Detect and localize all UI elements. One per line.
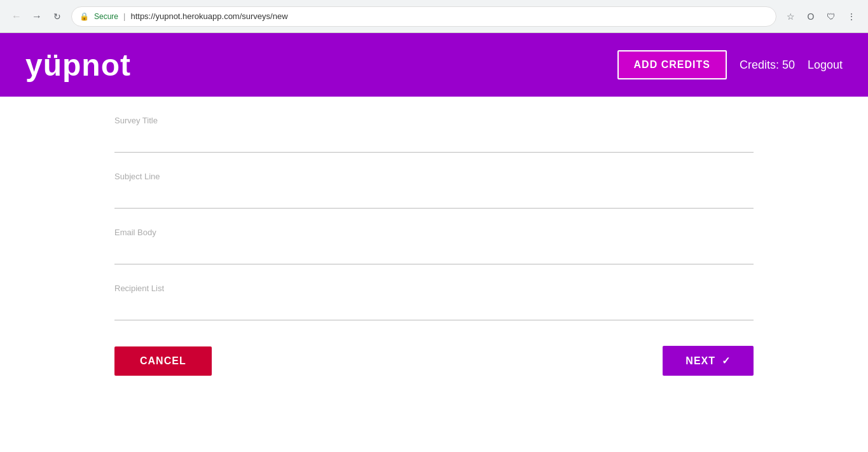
opera-button[interactable]: O <box>802 8 820 25</box>
subject-line-label: Subject Line <box>114 172 754 181</box>
logo-text: yüpnot <box>25 48 131 82</box>
recipient-list-label: Recipient List <box>114 284 754 293</box>
url-display: https://yupnot.herokuapp.com/surveys/new <box>130 11 287 21</box>
bookmark-button[interactable]: ☆ <box>782 8 799 25</box>
extensions-button[interactable]: 🛡 <box>822 8 840 25</box>
recipient-list-input[interactable] <box>114 298 754 320</box>
secure-label: Secure <box>94 12 118 21</box>
header-right: ADD CREDITS Credits: 50 Logout <box>617 50 843 79</box>
address-bar[interactable]: 🔒 Secure | https://yupnot.herokuapp.com/… <box>71 6 776 27</box>
logout-button[interactable]: Logout <box>808 58 843 72</box>
lock-icon: 🔒 <box>79 12 89 21</box>
survey-title-field: Survey Title <box>114 116 754 153</box>
logo: yüpnot <box>25 48 131 83</box>
cancel-button[interactable]: CANCEL <box>114 346 212 376</box>
reload-button[interactable]: ↻ <box>48 8 66 25</box>
email-body-label: Email Body <box>114 228 754 237</box>
menu-button[interactable]: ⋮ <box>843 8 860 25</box>
subject-line-field: Subject Line <box>114 172 754 209</box>
add-credits-button[interactable]: ADD CREDITS <box>617 50 727 79</box>
survey-title-input[interactable] <box>114 130 754 153</box>
nav-buttons: ← → ↻ <box>8 8 66 25</box>
next-label: NEXT <box>685 355 715 367</box>
back-button[interactable]: ← <box>8 8 25 25</box>
email-body-field: Email Body <box>114 228 754 264</box>
app-header: yüpnot ADD CREDITS Credits: 50 Logout <box>0 33 868 97</box>
forward-button[interactable]: → <box>28 8 46 25</box>
check-icon: ✓ <box>722 355 731 367</box>
url-separator: | <box>123 11 125 21</box>
survey-title-label: Survey Title <box>114 116 754 125</box>
next-button[interactable]: NEXT ✓ <box>663 346 754 376</box>
main-content: Survey Title Subject Line Email Body Rec… <box>0 97 868 452</box>
subject-line-input[interactable] <box>114 186 754 209</box>
browser-actions: ☆ O 🛡 ⋮ <box>782 8 860 25</box>
form-actions: CANCEL NEXT ✓ <box>114 346 754 376</box>
email-body-input[interactable] <box>114 242 754 264</box>
browser-chrome: ← → ↻ 🔒 Secure | https://yupnot.herokuap… <box>0 0 868 33</box>
credits-display: Credits: 50 <box>740 58 795 72</box>
recipient-list-field: Recipient List <box>114 284 754 320</box>
